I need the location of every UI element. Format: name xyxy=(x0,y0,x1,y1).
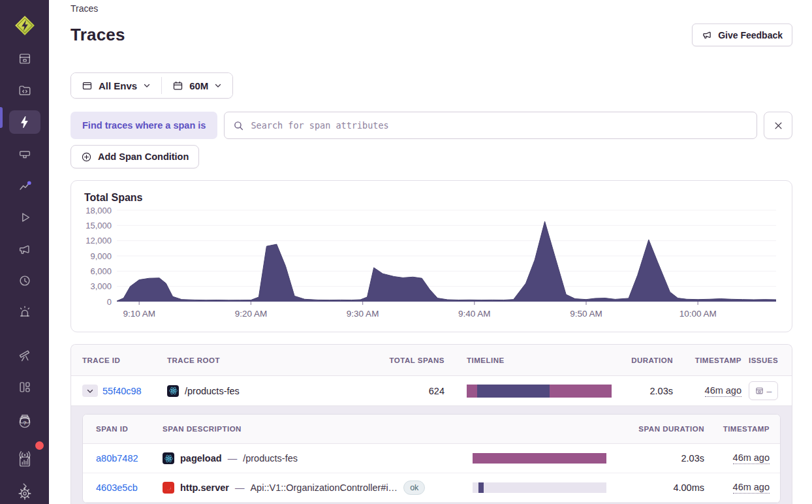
trace-id-link[interactable]: 55f40c98 xyxy=(102,386,142,396)
traces-table-header: Trace ID Trace Root Total Spans Timeline… xyxy=(71,345,792,376)
main-content: Traces Traces Give Feedback All xyxy=(49,0,812,504)
traces-table: Trace ID Trace Root Total Spans Timeline… xyxy=(70,344,792,504)
sidebar-item-dashboards[interactable] xyxy=(9,376,40,398)
sidebar-item-feedback[interactable] xyxy=(9,238,40,260)
calendar-icon xyxy=(172,80,183,91)
app-logo-icon[interactable] xyxy=(14,14,36,37)
page-header: Traces Traces Give Feedback xyxy=(49,0,812,46)
col-timeline: Timeline xyxy=(445,356,608,364)
col-trace-root: Trace Root xyxy=(167,356,363,364)
svg-text:15,000: 15,000 xyxy=(86,221,112,230)
sidebar-item-performance-traces[interactable] xyxy=(9,110,40,134)
sidebar-item-profiling[interactable] xyxy=(9,144,40,166)
trace-issues-button[interactable]: – xyxy=(749,381,778,400)
give-feedback-button[interactable]: Give Feedback xyxy=(692,24,792,46)
trace-timestamp[interactable]: 46m ago xyxy=(705,385,742,397)
line-chart-icon xyxy=(18,179,32,193)
give-feedback-label: Give Feedback xyxy=(718,30,783,40)
ruby-icon xyxy=(163,482,174,494)
svg-text:9:30 AM: 9:30 AM xyxy=(347,309,379,319)
svg-text:9:10 AM: 9:10 AM xyxy=(123,309,155,319)
sidebar-item-metrics[interactable] xyxy=(9,176,40,197)
span-op: http.server xyxy=(180,482,229,493)
span-id-link[interactable]: 4603e5cb xyxy=(96,482,138,493)
trace-timeline-bar[interactable] xyxy=(467,385,612,398)
trace-row: 55f40c98 /products-fes xyxy=(71,376,792,405)
col-timestamp: Timestamp xyxy=(673,356,742,364)
megaphone-icon xyxy=(702,29,713,40)
col-issues: Issues xyxy=(742,356,781,364)
breadcrumb[interactable]: Traces xyxy=(70,3,792,14)
find-traces-chip: Find traces where a span is xyxy=(70,112,217,139)
svg-text:9,000: 9,000 xyxy=(90,251,112,261)
col-span-timestamp: Timestamp xyxy=(704,425,770,433)
total-spans-area-chart: 03,0006,0009,00012,00015,00018,0009:10 A… xyxy=(84,206,779,323)
separator: — xyxy=(228,453,238,464)
clock-icon xyxy=(18,274,32,288)
react-icon xyxy=(163,452,174,464)
time-range-selector[interactable]: 60M xyxy=(162,73,232,98)
active-nav-indicator xyxy=(0,107,3,128)
x-icon xyxy=(773,121,783,131)
col-trace-id: Trace ID xyxy=(82,356,167,364)
span-id-link[interactable]: a80b7482 xyxy=(96,453,138,464)
span-timestamp[interactable]: 46m ago xyxy=(733,482,770,494)
span-bar-track xyxy=(473,482,606,493)
span-duration-bar[interactable] xyxy=(473,453,606,464)
projector-icon xyxy=(18,148,32,162)
col-span-id: Span ID xyxy=(96,425,163,433)
sidebar-item-releases[interactable] xyxy=(9,270,40,291)
span-timestamp[interactable]: 46m ago xyxy=(733,452,770,464)
svg-text:?: ? xyxy=(23,419,27,426)
svg-text:9:40 AM: 9:40 AM xyxy=(458,309,491,319)
span-search-input[interactable] xyxy=(251,120,748,131)
dashboard-layout-icon xyxy=(18,380,32,394)
issues-icon xyxy=(755,386,764,395)
environment-selector-label: All Envs xyxy=(99,80,137,91)
sidebar-item-help[interactable]: ? xyxy=(9,411,40,433)
svg-text:18,000: 18,000 xyxy=(86,206,112,215)
timeline-segment xyxy=(550,385,612,398)
notification-dot xyxy=(27,181,31,185)
sidebar-item-issues[interactable] xyxy=(9,48,40,70)
spans-table-header: Span ID Span Description Span Duration T… xyxy=(83,415,780,444)
telescope-icon xyxy=(18,348,32,362)
environment-selector[interactable]: All Envs xyxy=(71,73,161,98)
whats-new-badge xyxy=(35,441,44,450)
span-row: a80b7482 page xyxy=(83,444,780,473)
add-span-condition-button[interactable]: Add Span Condition xyxy=(70,145,199,168)
time-range-selector-label: 60M xyxy=(189,80,208,91)
sidebar-item-explore[interactable] xyxy=(9,80,40,101)
sidebar-collapse-button[interactable] xyxy=(9,475,40,497)
broadcast-icon xyxy=(17,447,33,463)
col-duration: Duration xyxy=(608,356,673,364)
spans-table: Span ID Span Description Span Duration T… xyxy=(82,414,781,503)
app-root: ? Traces Traces xyxy=(0,0,812,504)
sidebar-item-replays[interactable] xyxy=(9,207,40,228)
clear-search-button[interactable] xyxy=(764,112,792,139)
chevron-down-icon xyxy=(214,82,222,89)
span-description: Api::V1::OrganizationController#i… xyxy=(250,482,398,493)
react-icon xyxy=(167,385,179,397)
col-span-description: Span Description xyxy=(163,425,473,433)
trace-expand-toggle[interactable] xyxy=(82,385,98,397)
span-duration-bar[interactable] xyxy=(473,482,606,493)
sidebar-item-whats-new[interactable] xyxy=(9,444,40,466)
svg-text:9:50 AM: 9:50 AM xyxy=(570,309,602,319)
add-span-condition-label: Add Span Condition xyxy=(98,151,189,162)
help-question-icon: ? xyxy=(18,415,32,430)
total-spans-value: 624 xyxy=(363,386,445,396)
sidebar-item-alerts[interactable] xyxy=(9,302,40,323)
separator: — xyxy=(235,482,245,493)
siren-icon xyxy=(18,305,32,319)
span-duration-value: 4.00ms xyxy=(606,482,704,493)
span-status-badge: ok xyxy=(403,480,425,495)
page-title: Traces xyxy=(70,25,125,45)
sidebar-item-discover[interactable] xyxy=(9,345,40,366)
span-search-box[interactable] xyxy=(224,112,757,139)
col-span-duration: Span Duration xyxy=(606,425,704,433)
svg-text:10:00 AM: 10:00 AM xyxy=(679,309,717,319)
timeline-segment xyxy=(467,385,477,398)
svg-text:9:20 AM: 9:20 AM xyxy=(235,309,268,319)
plus-circle-icon xyxy=(81,151,92,163)
